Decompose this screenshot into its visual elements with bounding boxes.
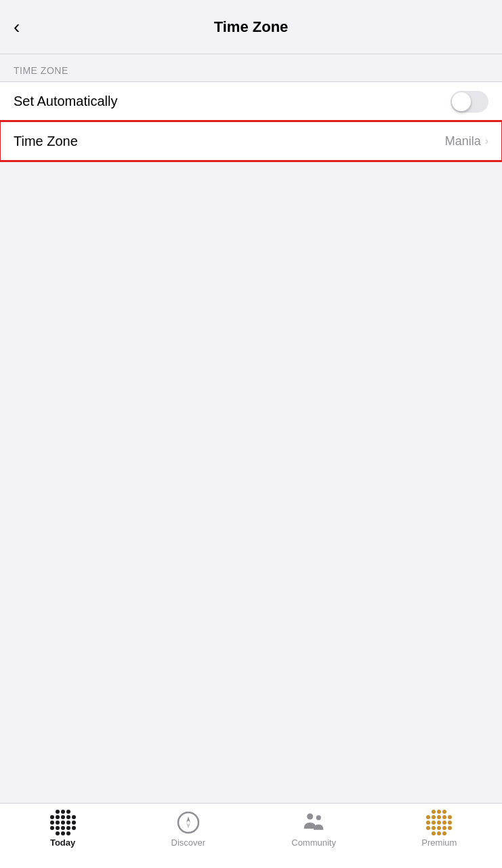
fitbit-grid-icon bbox=[50, 810, 76, 835]
time-zone-label: Time Zone bbox=[14, 134, 78, 149]
today-tab-label: Today bbox=[50, 837, 75, 848]
svg-point-3 bbox=[307, 814, 313, 820]
section-label: TIME ZONE bbox=[0, 54, 502, 81]
discover-icon bbox=[176, 810, 201, 835]
community-tab-label: Community bbox=[291, 837, 336, 848]
page-title: Time Zone bbox=[214, 18, 289, 36]
svg-marker-1 bbox=[186, 816, 190, 823]
tab-community[interactable]: Community bbox=[251, 810, 377, 848]
toggle-container bbox=[451, 91, 488, 113]
time-zone-value: Manila bbox=[445, 134, 481, 149]
community-icon bbox=[301, 810, 326, 835]
tab-today[interactable]: Today bbox=[0, 810, 125, 848]
premium-icon bbox=[427, 810, 451, 835]
set-automatically-label: Set Automatically bbox=[14, 94, 117, 109]
tab-premium[interactable]: Premium bbox=[377, 810, 502, 848]
tab-bar: Today Discover Community bbox=[0, 803, 502, 868]
header: ‹ Time Zone bbox=[0, 0, 502, 54]
tab-discover[interactable]: Discover bbox=[125, 810, 251, 848]
time-zone-value-container: Manila › bbox=[445, 134, 488, 149]
premium-grid-icon bbox=[426, 810, 452, 835]
set-automatically-toggle[interactable] bbox=[451, 91, 488, 113]
svg-point-4 bbox=[316, 815, 321, 820]
discover-tab-label: Discover bbox=[171, 837, 206, 848]
chevron-right-icon: › bbox=[485, 135, 488, 147]
main-content bbox=[0, 161, 502, 803]
set-automatically-row[interactable]: Set Automatically bbox=[0, 82, 502, 121]
today-icon bbox=[51, 810, 75, 835]
toggle-thumb bbox=[452, 92, 471, 111]
time-zone-row[interactable]: Time Zone Manila › bbox=[0, 121, 502, 161]
settings-group: Set Automatically Time Zone Manila › bbox=[0, 81, 502, 161]
back-button[interactable]: ‹ bbox=[14, 18, 20, 37]
svg-point-0 bbox=[178, 812, 198, 833]
svg-marker-2 bbox=[186, 823, 190, 829]
premium-tab-label: Premium bbox=[421, 837, 457, 848]
